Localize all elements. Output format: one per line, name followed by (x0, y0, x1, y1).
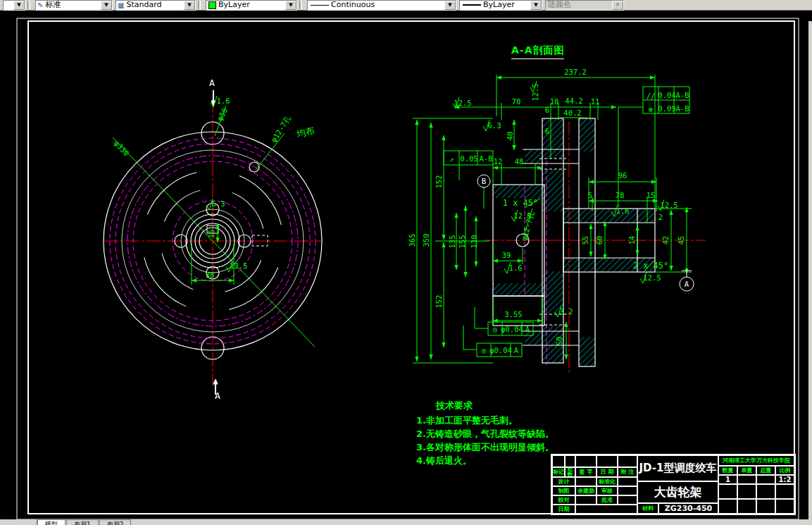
plot-style-combo: 随颜色 ▼ (545, 0, 624, 11)
title-block-empty-cell (737, 484, 756, 499)
dim-label: 0.05 (460, 154, 477, 163)
tab-layout2[interactable]: 布局2 (99, 519, 132, 525)
linetype-combo[interactable]: Continuous ▼ (307, 0, 456, 11)
title-block-cell: ZG230-450 (658, 503, 718, 514)
title-block-empty-cell (575, 477, 596, 486)
layout-tab-bar[interactable]: 模型 布局1 布局2 (0, 519, 812, 525)
title-block-empty-cell (596, 455, 618, 467)
dim-label: 55 (581, 236, 589, 245)
partial-combo[interactable]: ▼ (3, 0, 25, 11)
title-block-empty-cell (775, 499, 794, 514)
title-block-cell: 日 期 (596, 467, 618, 477)
title-block-empty-cell (737, 499, 756, 514)
chevron-down-icon[interactable]: ▼ (530, 1, 542, 10)
dim-label: 3.2 (560, 307, 573, 316)
dim-label: A-B (676, 104, 689, 113)
title-block-empty-cell (618, 477, 637, 486)
color-control-label: ByLayer (216, 1, 252, 9)
title-block-cell: 标记 (552, 467, 565, 477)
tech-req-line: 3.各对称形体面不出现明显倾斜。 (416, 440, 554, 454)
title-block-empty-cell (618, 486, 637, 495)
dim-label: 1.6 (616, 206, 630, 215)
drawing-area[interactable]: AA1.6φ50φ12-7孔均布φ3306.3163812.5237.27010… (0, 11, 812, 525)
title-block-cell: 材料 (637, 503, 658, 514)
top-toolbar: ▼ ✎ 标准 ▼ ▦ Standard ▼ ByLayer ▼ Continuo… (0, 0, 812, 11)
dim-label: A-B (480, 154, 493, 163)
color-control-combo[interactable]: ByLayer ▼ (206, 0, 297, 11)
title-block-empty-cell (756, 484, 775, 499)
tech-req-line: 4.铸后退火。 (416, 454, 554, 467)
dim-label: 155 (458, 235, 466, 249)
title-block-empty-cell (575, 495, 596, 505)
dim-label: A (209, 78, 215, 88)
dim-label: 48 (515, 157, 524, 166)
title-block-empty-cell (575, 505, 637, 514)
title-block-cell: 校对 (552, 495, 575, 505)
dim-label: 15 (647, 191, 656, 199)
title-block-empty-cell (756, 499, 775, 514)
tab-layout1[interactable]: 布局1 (66, 519, 99, 525)
chevron-down-icon[interactable]: ▼ (184, 1, 195, 10)
tab-model[interactable]: 模型 (37, 519, 65, 525)
dim-label: 0.04 (658, 91, 675, 99)
dim-label: 12.5 (454, 99, 471, 107)
dim-label: φ0.04 (489, 346, 512, 354)
title-block-cell: 总重 (756, 466, 775, 475)
chevron-down-icon[interactable]: ▼ (101, 1, 112, 10)
title-block-cell: 制图 (552, 486, 575, 495)
dim-label: 350 (422, 234, 430, 247)
section-view (413, 75, 706, 375)
dim-label: 14 (627, 236, 636, 245)
linetype-icon (311, 5, 329, 6)
title-block-cell: 批准 (596, 495, 618, 505)
dim-style-combo[interactable]: ✎ 标准 ▼ (35, 0, 113, 11)
title-block-cell: 附 注 (618, 467, 637, 477)
dim-label: 12 (494, 157, 503, 166)
title-block-cell: 日期 (552, 505, 575, 514)
dim-style-icon: ✎ (37, 1, 43, 9)
dim-label: 6.3 (212, 199, 225, 208)
dim-label: 6 (545, 127, 549, 135)
title-block-cell: 设计 (552, 477, 575, 486)
lineweight-icon (463, 4, 481, 6)
title-block-empty-cell (718, 484, 737, 499)
section-view-title: A-A剖面图 (511, 44, 564, 59)
dim-label: 50 (555, 337, 563, 346)
dim-label: 12.5 (531, 83, 539, 101)
title-block-empty-cell (618, 455, 637, 467)
drawing-canvas[interactable]: AA1.6φ50φ12-7孔均布φ3306.3163812.5237.27010… (0, 11, 812, 525)
dim-label: 42 (661, 236, 670, 245)
dim-label: 38 (206, 271, 215, 279)
title-block-empty-cell (575, 455, 596, 467)
dim-label: 10 (550, 97, 559, 106)
tech-req-line: 1.非加工面平整无毛刺。 (416, 414, 554, 427)
title-block-cell: 大齿轮架 (637, 481, 718, 503)
dim-label: 44.2 (565, 97, 582, 105)
title-block-empty-cell (552, 455, 565, 467)
chevron-down-icon[interactable]: ▼ (444, 1, 456, 10)
dim-label: φ12-7孔 (269, 113, 292, 143)
color-swatch-icon (208, 1, 216, 9)
table-style-icon: ▦ (118, 1, 124, 9)
dim-label: 11 (591, 97, 600, 106)
dim-label: 6.3 (488, 121, 501, 130)
dim-label: B (482, 177, 486, 185)
dim-label: 39 (502, 251, 511, 259)
table-style-combo[interactable]: ▦ Standard ▼ (115, 0, 196, 11)
dim-label: 16 (207, 230, 216, 239)
table-style-label: Standard (124, 1, 163, 9)
title-block-cell: 数量 (718, 466, 737, 475)
dim-label: 96 (618, 171, 627, 180)
toolbar-separator (27, 1, 30, 9)
lineweight-combo[interactable]: ByLayer ▼ (459, 0, 542, 11)
chevron-down-icon[interactable]: ▼ (285, 1, 296, 10)
chevron-down-icon[interactable]: ▼ (13, 1, 25, 10)
tab-nav-buttons[interactable] (0, 519, 37, 525)
dim-label: 2 x 45° (633, 261, 669, 271)
dim-label: 1.6 (217, 97, 230, 105)
front-view (104, 90, 322, 395)
dim-label: A-B (676, 91, 689, 99)
dim-label: 12.5 (643, 273, 661, 282)
title-block-empty-cell (565, 455, 575, 467)
dim-label: φ0.04 (501, 325, 523, 333)
